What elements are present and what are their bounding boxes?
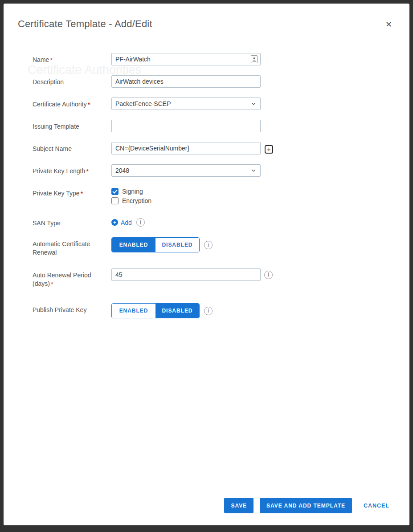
required-marker: * xyxy=(81,190,83,197)
form-row-automatic-certificate-renewal: Automatic Certificate Renewal ENABLED DI… xyxy=(33,237,409,257)
description-input[interactable] xyxy=(111,75,261,88)
publish-private-key-toggle: ENABLED DISABLED xyxy=(111,303,200,318)
auto-renewal-period-input[interactable] xyxy=(111,268,261,281)
modal-title: Certificate Template - Add/Edit xyxy=(18,18,152,30)
subject-name-input[interactable] xyxy=(111,142,261,154)
publish-private-key-label: Publish Private Key xyxy=(33,303,111,314)
private-key-length-select[interactable]: 2048 xyxy=(111,164,261,177)
private-key-length-label: Private Key Length* xyxy=(33,164,111,175)
certificate-authority-label: Certificate Authority* xyxy=(33,97,111,109)
signing-checkbox[interactable]: Signing xyxy=(111,188,151,195)
private-key-type-label: Private Key Type* xyxy=(33,187,111,198)
encryption-checkbox[interactable]: Encryption xyxy=(111,197,151,204)
renewal-enabled-option[interactable]: ENABLED xyxy=(112,238,155,252)
info-icon[interactable]: i xyxy=(136,218,145,227)
private-key-length-value: 2048 xyxy=(115,167,129,174)
plus-circle-icon: + xyxy=(111,219,118,226)
auto-renewal-period-label: Auto Renewal Period (days)* xyxy=(33,268,111,288)
form-row-publish-private-key: Publish Private Key ENABLED DISABLED i xyxy=(33,303,409,318)
add-san-label: Add xyxy=(121,219,132,226)
required-marker: * xyxy=(50,56,53,64)
certificate-template-modal: Certificate Authorities Certificate Temp… xyxy=(4,4,409,525)
info-icon[interactable]: i xyxy=(204,241,213,249)
checkbox-checked-icon[interactable] xyxy=(111,188,119,195)
certificate-authority-select[interactable]: PacketFence-SCEP xyxy=(111,97,261,110)
required-marker: * xyxy=(86,167,89,175)
issuing-template-input[interactable] xyxy=(111,120,261,132)
checkbox-unchecked-icon[interactable] xyxy=(111,197,119,204)
add-san-link[interactable]: + Add xyxy=(111,219,132,226)
subject-name-label: Subject Name xyxy=(33,142,111,153)
form-row-name: Name* xyxy=(33,53,409,65)
required-marker: * xyxy=(87,101,90,108)
form-row-auto-renewal-period: Auto Renewal Period (days)* i xyxy=(33,268,409,288)
form-row-san-type: SAN Type + Add i xyxy=(33,216,409,227)
description-label: Description xyxy=(33,75,111,86)
certificate-template-form: Name* Description Certificate Authority* xyxy=(4,53,409,318)
modal-footer: SAVE SAVE AND ADD TEMPLATE CANCEL xyxy=(224,498,389,513)
info-icon[interactable]: i xyxy=(264,271,273,279)
name-input[interactable] xyxy=(111,53,261,65)
name-label: Name* xyxy=(33,53,111,64)
form-row-description: Description xyxy=(33,75,409,88)
certificate-authority-value: PacketFence-SCEP xyxy=(115,100,171,107)
automatic-certificate-renewal-label: Automatic Certificate Renewal xyxy=(33,237,111,257)
cancel-button[interactable]: CANCEL xyxy=(364,503,389,509)
close-icon[interactable]: ✕ xyxy=(384,20,394,29)
encryption-checkbox-label: Encryption xyxy=(122,197,151,204)
chevron-down-icon xyxy=(251,169,256,172)
form-row-private-key-type: Private Key Type* Signing Encryption xyxy=(33,187,409,204)
form-row-subject-name: Subject Name + xyxy=(33,142,409,154)
required-marker: * xyxy=(51,280,53,288)
signing-checkbox-label: Signing xyxy=(122,188,143,195)
san-type-label: SAN Type xyxy=(33,216,111,227)
form-row-certificate-authority: Certificate Authority* PacketFence-SCEP xyxy=(33,97,409,110)
info-icon[interactable]: i xyxy=(204,307,213,315)
form-row-issuing-template: Issuing Template xyxy=(33,120,409,132)
form-row-private-key-length: Private Key Length* 2048 xyxy=(33,164,409,177)
automatic-certificate-renewal-toggle: ENABLED DISABLED xyxy=(111,237,200,252)
autofill-contact-icon[interactable] xyxy=(251,55,258,63)
publish-enabled-option[interactable]: ENABLED xyxy=(112,304,155,318)
chevron-down-icon xyxy=(251,102,256,105)
add-subject-attribute-button[interactable]: + xyxy=(265,145,273,154)
issuing-template-label: Issuing Template xyxy=(33,120,111,131)
publish-disabled-option[interactable]: DISABLED xyxy=(155,304,199,318)
renewal-disabled-option[interactable]: DISABLED xyxy=(155,238,199,252)
save-and-add-template-button[interactable]: SAVE AND ADD TEMPLATE xyxy=(260,498,352,513)
save-button[interactable]: SAVE xyxy=(224,498,254,513)
modal-header: Certificate Template - Add/Edit ✕ xyxy=(4,4,409,30)
